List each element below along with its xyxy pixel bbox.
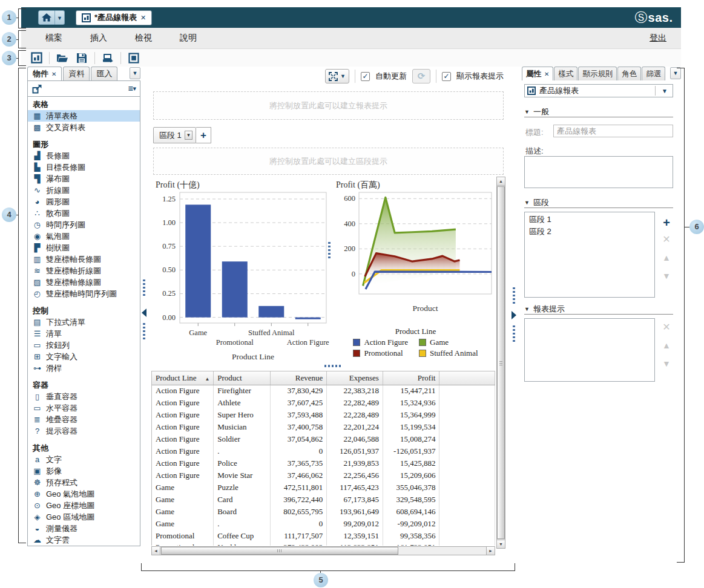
menu-item-3[interactable]: 說明 (180, 33, 197, 44)
table-row[interactable]: Action FigureFirefighter37,830,42922,383… (152, 385, 495, 397)
open-folder-button[interactable] (56, 51, 69, 65)
home-button[interactable] (38, 10, 55, 25)
delete-section-button[interactable]: ✕ (660, 234, 673, 247)
add-section-button[interactable]: + (196, 127, 211, 143)
save-button[interactable] (75, 51, 88, 65)
objects-list-item[interactable]: ▦清單表格 (28, 110, 140, 122)
objects-list-item[interactable]: a文字 (28, 454, 140, 465)
move-prompt-down-button[interactable]: ▼ (660, 358, 673, 371)
report-prompts-section-header[interactable]: ▼ 報表提示 (524, 304, 673, 315)
objects-list-item[interactable]: ≣堆疊容器 (28, 414, 140, 425)
left-panel-tab-overflow-button[interactable]: ▼ (130, 67, 140, 79)
add-section-button[interactable]: + (660, 217, 673, 230)
objects-list-item[interactable]: ◒測量儀器 (28, 523, 140, 534)
objects-list-item[interactable]: ⊕Geo 氣泡地圖 (28, 488, 140, 500)
objects-list-item[interactable]: ∿折線圖 (28, 185, 140, 196)
chevron-down-icon[interactable]: ▼ (659, 88, 670, 94)
chart-resize-grip[interactable] (328, 242, 331, 259)
column-header-revenue[interactable]: Revenue (270, 371, 327, 385)
table-row[interactable]: Action FigureSoldier37,054,86222,046,588… (152, 433, 495, 445)
report-document-tab[interactable]: *產品線報表 ✕ (76, 10, 152, 25)
table-row[interactable]: Action FigureMovie Star37,466,06222,256,… (152, 469, 495, 482)
table-row-clipped[interactable]: PromotionalNecklace372,432,902113,833,85… (152, 542, 495, 546)
table-row[interactable]: Action FigureSuper Hero37,593,48822,228,… (152, 409, 495, 421)
section-list-item[interactable]: 區段 2 (525, 226, 654, 238)
table-row[interactable]: Action FigurePolice37,365,73521,939,8531… (152, 457, 495, 469)
properties-panel-tab-1[interactable]: 樣式 (554, 67, 577, 80)
objects-list-item[interactable]: ▤下拉式清單 (28, 316, 140, 328)
objects-list-item[interactable]: ▯垂直容器 (28, 391, 140, 402)
objects-list-item[interactable]: ☸預存程式 (28, 477, 140, 488)
scroll-left-icon[interactable]: ◄ (152, 547, 160, 555)
column-header-product[interactable]: Product (214, 371, 271, 385)
section-list-item[interactable]: 區段 1 (525, 214, 654, 226)
delete-prompt-button[interactable]: ✕ (660, 321, 673, 335)
vertical-scroll-thumb[interactable] (497, 186, 505, 539)
objects-list-item[interactable]: ◉氣泡圖 (28, 230, 140, 242)
splitter-grip[interactable] (513, 287, 515, 305)
objects-panel-tab-1[interactable]: 資料 (63, 67, 90, 80)
report-icon-button[interactable] (30, 51, 43, 65)
report-prompt-dropzone[interactable]: 將控制放置此處可以建立報表提示 (153, 91, 504, 120)
close-tab-icon[interactable]: ✕ (51, 71, 56, 77)
table-row[interactable]: GameBoard802,655,795193,961,649608,694,1… (152, 506, 495, 518)
show-report-prompt-checkbox[interactable]: ✓ (442, 72, 451, 81)
splitter-grip[interactable] (513, 325, 515, 344)
objects-list-item[interactable]: ?提示容器 (28, 425, 140, 437)
objects-list-item[interactable]: ⊶滑桿 (28, 362, 140, 374)
scroll-up-icon[interactable]: ▲ (497, 177, 505, 186)
column-header-product-line[interactable]: Product Line▲ (152, 371, 214, 385)
full-screen-button[interactable]: ▼ (325, 69, 349, 83)
close-report-tab-icon[interactable]: ✕ (140, 14, 146, 22)
objects-list-item[interactable]: ▟長條圖 (28, 150, 140, 162)
objects-list-item[interactable]: ▙目標長條圖 (28, 162, 140, 173)
sections-section-header[interactable]: ▼ 區段 (524, 197, 673, 208)
bar-chart-object[interactable]: Profit (十億)0.000.250.500.751.001.25GameP… (154, 178, 330, 368)
table-row[interactable]: Action Figure.0126,051,937-126,051,937 (152, 445, 495, 457)
objects-list-item[interactable]: ▣影像 (28, 465, 140, 477)
objects-list-item[interactable]: ▥雙座標軸長條圖 (28, 253, 140, 265)
objects-list-item[interactable]: ⊙Geo 座標地圖 (28, 500, 140, 511)
objects-list-item[interactable]: ≋雙座標軸折線圖 (28, 265, 140, 276)
table-row[interactable]: PromotionalCoffee Cup111,717,50712,359,1… (152, 530, 495, 542)
section-prompt-dropzone[interactable]: 將控制放置此處可以建立區段提示 (153, 148, 504, 175)
objects-list-item[interactable]: ▭按鈕列 (28, 339, 140, 351)
report-description-textarea[interactable] (524, 156, 673, 188)
scroll-right-icon[interactable]: ► (486, 547, 495, 555)
objects-list-item[interactable]: ☁文字雲 (28, 534, 140, 546)
objects-list-item[interactable]: ⊞文字輸入 (28, 351, 140, 362)
objects-list-item[interactable]: ◕圓形圖 (28, 196, 140, 207)
properties-panel-tab-2[interactable]: 顯示規則 (578, 67, 617, 80)
menu-item-1[interactable]: 插入 (90, 33, 107, 44)
column-header-profit[interactable]: Profit (383, 371, 439, 385)
table-resize-grip[interactable] (324, 365, 341, 367)
report-prompts-listbox[interactable] (524, 318, 655, 382)
bar-stuffed-animal[interactable] (258, 306, 284, 318)
horizontal-scroll-thumb[interactable] (161, 547, 398, 555)
table-row[interactable]: GamePuzzle472,511,801117,465,423355,046,… (152, 482, 495, 494)
splitter-grip[interactable] (143, 279, 145, 298)
objects-list-item[interactable]: ▭水平容器 (28, 402, 140, 414)
close-tab-icon[interactable]: ✕ (544, 71, 549, 77)
bar-promotional[interactable] (222, 261, 248, 317)
canvas-horizontal-scrollbar[interactable]: ◄ ► (151, 546, 495, 555)
refresh-button[interactable]: ⟳ (412, 69, 430, 83)
objects-list-item[interactable]: ◈Geo 區域地圖 (28, 511, 140, 523)
table-row[interactable]: Game.099,209,012-99,209,012 (152, 518, 495, 530)
collapse-right-panel-arrow-icon[interactable] (512, 311, 516, 319)
column-header-expenses[interactable]: Expenses (327, 371, 383, 385)
export-pdf-button[interactable] (101, 51, 114, 65)
move-prompt-up-button[interactable]: ▲ (660, 339, 673, 353)
sections-listbox[interactable]: 區段 1區段 2 (524, 212, 655, 298)
objects-list-item[interactable]: ◴雙座標軸時間序列圖 (28, 288, 140, 299)
list-table-object[interactable]: Product Line▲ProductRevenueExpensesProfi… (151, 371, 495, 546)
objects-list-item[interactable]: ∴散布圖 (28, 207, 140, 219)
menu-item-2[interactable]: 檢視 (135, 33, 152, 44)
general-section-header[interactable]: ▼ 一般 (524, 106, 673, 117)
splitter-grip[interactable] (143, 323, 145, 341)
logout-link[interactable]: 登出 (650, 33, 666, 44)
move-section-up-button[interactable]: ▲ (660, 252, 673, 265)
home-dropdown-button[interactable]: ▼ (55, 10, 65, 25)
properties-panel-tab-4[interactable]: 篩選 (642, 67, 665, 80)
objects-panel-tab-2[interactable]: 匯入 (91, 67, 117, 80)
